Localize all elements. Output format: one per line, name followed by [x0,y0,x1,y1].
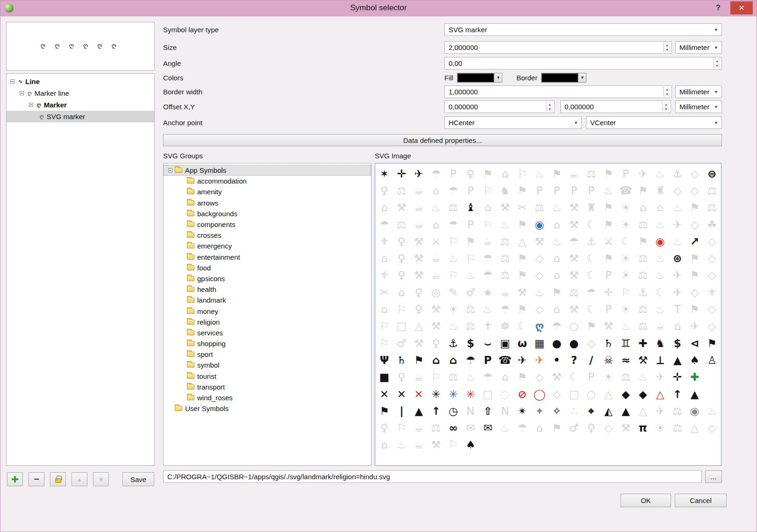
svg-icon-cell[interactable]: ✂ [380,287,389,298]
svg-icon-cell[interactable]: $ [674,338,681,349]
svg-group-item[interactable]: App Symbols [164,165,371,176]
svg-icon-cell[interactable]: ♨ [483,304,493,315]
svg-icon-cell[interactable]: ◷ [449,406,458,417]
svg-icon-cell[interactable]: ○ [569,321,578,332]
svg-icon-cell[interactable]: ♨ [656,220,665,230]
svg-icon-cell[interactable]: ✉ [483,423,492,433]
svg-icon-cell[interactable]: ⚒ [397,202,407,213]
svg-icon-cell[interactable]: △ [639,406,647,417]
svg-group-item[interactable]: arrows [164,198,371,208]
size-unit-combo[interactable]: Millimeter▼ [675,41,722,54]
svg-icon-cell[interactable]: ↗ [690,236,699,247]
svg-icon-cell[interactable]: ◇ [691,220,699,230]
svg-group-item[interactable]: backgrounds [164,208,371,219]
svg-group-item[interactable]: symbol [164,360,371,370]
svg-icon-cell[interactable]: ☕ [414,185,424,196]
svg-icon-cell[interactable]: ⌂ [553,270,560,281]
chevron-down-icon[interactable]: ▼ [578,73,586,82]
symbol-tree-item[interactable]: ღMarker line [7,87,154,99]
svg-icon-cell[interactable]: ■ [379,372,390,383]
svg-icon-cell[interactable]: □ [483,389,493,400]
svg-icon-cell[interactable]: ♀ [398,270,406,281]
svg-icon-cell[interactable]: ✛ [673,372,682,383]
svg-icon-cell[interactable]: P [605,304,612,315]
svg-icon-cell[interactable]: ⚓ [672,169,682,179]
help-button[interactable]: ? [710,1,727,14]
svg-icon-cell[interactable]: ⚐ [449,440,458,450]
svg-icon-cell[interactable]: ◎ [431,287,441,298]
svg-icon-cell[interactable]: ♠ [466,440,476,450]
svg-icon-cell[interactable]: ✈ [673,270,682,281]
svg-icon-cell[interactable]: △ [414,321,423,332]
svg-icon-cell[interactable]: ♀ [415,287,423,298]
svg-icon-cell[interactable]: ♨ [552,236,562,247]
svg-icon-cell[interactable]: ♨ [466,372,476,383]
svg-icon-cell[interactable]: ☂ [379,220,389,230]
svg-icon-cell[interactable]: ⚖ [500,236,510,247]
svg-icon-cell[interactable]: ♀ [380,185,388,196]
svg-icon-cell[interactable]: ♀ [398,236,406,247]
svg-icon-cell[interactable]: ⚑ [517,253,527,264]
border-width-spinner[interactable]: 1,000000▲▼ [444,85,672,98]
svg-icon-cell[interactable]: ⚖ [707,202,717,213]
svg-icon-cell[interactable]: ◯ [534,389,546,400]
svg-icon-cell[interactable]: ⚖ [586,169,596,179]
svg-icon-cell[interactable]: ↑ [673,389,682,400]
svg-icon-cell[interactable]: ⚖ [500,253,510,264]
svg-icon-cell[interactable]: P [450,169,457,179]
svg-group-item[interactable]: wind_roses [164,392,371,403]
svg-icon-cell[interactable]: ♜ [586,202,596,213]
svg-icon-cell[interactable]: ⚒ [552,372,562,383]
svg-icon-cell[interactable]: ▲ [414,406,423,417]
svg-icon-cell[interactable]: ⌂ [381,304,388,315]
svg-icon-cell[interactable]: ▣ [500,338,510,349]
svg-icon-cell[interactable]: ☂ [483,270,493,281]
svg-icon-cell[interactable]: ☎ [498,355,512,366]
svg-icon-cell[interactable]: △ [656,389,664,400]
svg-icon-cell[interactable]: ⚒ [431,304,441,315]
svg-icon-cell[interactable]: ⚐ [379,321,389,332]
svg-icon-cell[interactable]: ● [569,338,578,349]
svg-icon-cell[interactable]: P [484,355,492,366]
svg-icon-cell[interactable]: ☀ [656,423,665,433]
symbol-tree-item[interactable]: ღMarker [7,99,154,111]
svg-icon-cell[interactable]: ◇ [708,304,716,315]
svg-icon-cell[interactable]: ⌂ [640,202,647,213]
svg-icon-cell[interactable]: ◇ [536,253,544,264]
svg-icon-cell[interactable]: ⌂ [553,304,560,315]
spinner-arrows[interactable]: ▲▼ [546,102,553,112]
svg-group-item[interactable]: health [164,284,371,295]
svg-icon-cell[interactable]: ✕ [397,389,406,400]
svg-icon-cell[interactable]: ⌂ [674,321,681,332]
svg-icon-cell[interactable]: ▲ [673,355,682,366]
svg-icon-cell[interactable]: ⚒ [414,236,424,247]
svg-icon-cell[interactable]: ⚒ [431,321,441,332]
svg-icon-cell[interactable]: ♂ [466,287,476,298]
svg-icon-cell[interactable]: ▦ [535,338,545,349]
svg-icon-cell[interactable]: N [501,406,509,417]
svg-group-item[interactable]: components [164,219,371,230]
svg-icon-cell[interactable]: ◇ [708,270,716,281]
svg-icon-cell[interactable]: ⇧ [483,406,492,417]
svg-icon-cell[interactable]: ☕ [569,169,579,179]
svg-icon-cell[interactable]: ⚓ [449,338,458,349]
svg-icon-cell[interactable]: ⚑ [604,202,614,213]
svg-icon-cell[interactable]: ⚒ [414,253,424,264]
svg-icon-cell[interactable]: ⚖ [672,423,682,433]
svg-icon-cell[interactable]: ☀ [621,253,631,264]
svg-icon-cell[interactable]: ⚖ [466,304,476,315]
svg-icon-cell[interactable]: ☕ [483,236,493,247]
svg-icon-cell[interactable]: ⚐ [379,338,389,349]
svg-icon-cell[interactable]: ⚑ [690,270,700,281]
ok-button[interactable]: OK [621,494,671,507]
svg-icon-cell[interactable]: ⚜ [707,287,717,298]
svg-icon-cell[interactable]: ♨ [656,304,665,315]
svg-icon-cell[interactable]: ⌂ [432,355,440,366]
svg-icon-cell[interactable]: ☀ [449,304,458,315]
svg-icon-cell[interactable]: ⚐ [483,220,493,230]
symbol-layer-type-combo[interactable]: SVG marker▼ [444,23,722,36]
move-up-button[interactable]: ▲ [71,472,87,486]
svg-icon-cell[interactable]: P [588,185,594,196]
offset-x-spinner[interactable]: 0,000000▲▼ [444,100,555,113]
svg-icon-cell[interactable]: ✳ [449,389,457,400]
